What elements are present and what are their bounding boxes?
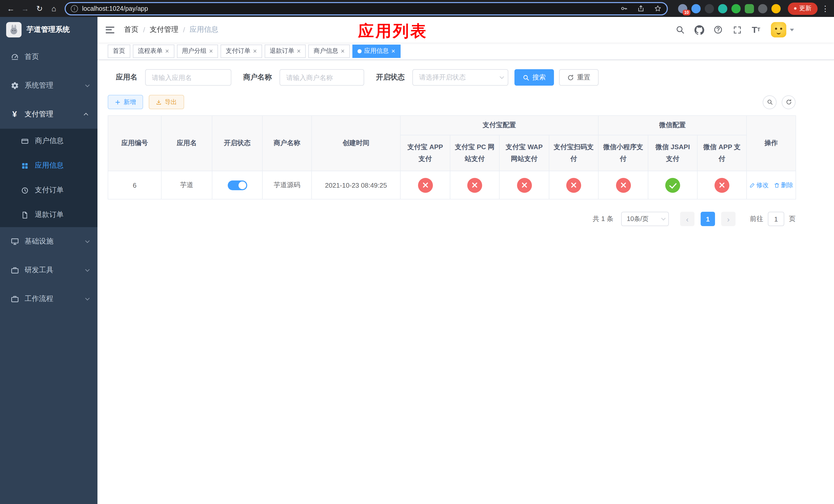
close-icon[interactable]: × [391, 48, 395, 54]
extension-icon-2[interactable] [692, 4, 701, 13]
app-name-label: 应用名 [116, 73, 137, 82]
breadcrumb-separator: / [143, 26, 145, 34]
sidebar-item-app-info[interactable]: 应用信息 [0, 153, 97, 178]
sidebar-item-workflow[interactable]: 工作流程 [0, 284, 97, 313]
export-button-label: 导出 [164, 98, 177, 107]
page-1-button[interactable]: 1 [701, 212, 715, 226]
extension-badge: 10 [683, 9, 690, 15]
delete-link[interactable]: 删除 [774, 181, 793, 189]
col-header-alipay-pc: 支付宝 PC 网站支付 [450, 135, 499, 171]
help-icon[interactable] [713, 25, 723, 35]
sidebar-item-dev-tools[interactable]: 研发工具 [0, 256, 97, 284]
tab-refund-orders[interactable]: 退款订单× [265, 44, 306, 58]
pencil-icon [749, 182, 755, 188]
tab-user-group[interactable]: 用户分组× [177, 44, 218, 58]
tab-process-form[interactable]: 流程表单× [133, 44, 174, 58]
clock-icon [21, 186, 29, 194]
site-info-icon[interactable]: i [71, 5, 78, 12]
close-icon[interactable]: × [253, 48, 257, 54]
breadcrumb: 首页 / 支付管理 / 应用信息 [124, 25, 219, 35]
sidebar-item-label: 商户信息 [35, 136, 64, 145]
status-label: 开启状态 [376, 73, 405, 82]
extension-icon-8[interactable] [771, 4, 781, 13]
back-icon[interactable]: ← [4, 2, 18, 15]
font-size-icon[interactable]: TT [751, 25, 761, 35]
tab-pay-orders[interactable]: 支付订单× [221, 44, 262, 58]
col-header-status: 开启状态 [212, 116, 262, 171]
sidebar-item-merchant-info[interactable]: 商户信息 [0, 129, 97, 153]
address-bar[interactable]: i localhost:1024/pay/app [65, 2, 668, 15]
reload-icon[interactable]: ↻ [33, 2, 46, 15]
chevron-down-icon [661, 216, 665, 221]
hamburger-icon[interactable] [106, 24, 117, 36]
next-page-button[interactable]: › [721, 212, 736, 226]
col-header-alipay-app: 支付宝 APP 支付 [400, 135, 450, 171]
edit-link-label: 修改 [756, 181, 769, 189]
close-icon[interactable]: × [209, 48, 213, 54]
disabled-icon [467, 178, 482, 192]
refresh-icon [786, 99, 792, 105]
avatar[interactable] [771, 22, 786, 38]
search-icon [523, 74, 529, 81]
page-size-select[interactable]: 10条/页 [621, 212, 669, 226]
export-button[interactable]: 导出 [149, 95, 184, 109]
sidebar-item-infrastructure[interactable]: 基础设施 [0, 227, 97, 256]
disabled-icon [715, 178, 729, 192]
sidebar-item-refund-orders[interactable]: 退款订单 [0, 203, 97, 227]
sidebar-item-payment[interactable]: ¥ 支付管理 [0, 100, 97, 129]
breadcrumb-current: 应用信息 [190, 25, 219, 35]
delete-link-label: 删除 [781, 181, 793, 189]
search-icon[interactable] [675, 25, 685, 35]
extension-icon-6[interactable] [745, 4, 754, 13]
status-select[interactable]: 请选择开启状态 [412, 69, 508, 86]
add-button[interactable]: 新增 [108, 95, 143, 109]
cell-alipay-qr [549, 171, 598, 199]
navbar: 首页 / 支付管理 / 应用信息 应用列表 [97, 17, 834, 43]
search-button[interactable]: 搜索 [514, 69, 554, 86]
edit-link[interactable]: 修改 [749, 181, 769, 189]
share-icon[interactable] [637, 5, 645, 12]
extension-icon-3[interactable] [705, 4, 714, 13]
user-menu[interactable] [771, 22, 794, 38]
close-icon[interactable]: × [165, 48, 169, 54]
close-icon[interactable]: × [341, 48, 345, 54]
tab-label: 支付订单 [226, 47, 250, 55]
prev-page-button[interactable]: ‹ [680, 212, 695, 226]
browser-menu-icon[interactable]: ⋮ [821, 4, 830, 13]
browser-update-button[interactable]: 更新 [788, 2, 818, 15]
sidebar-item-system[interactable]: 系统管理 [0, 71, 97, 100]
app-name-input[interactable] [145, 69, 231, 86]
url-text: localhost:1024/pay/app [82, 5, 611, 12]
tab-home[interactable]: 首页 [108, 44, 130, 58]
caret-down-icon [790, 28, 794, 31]
fullscreen-icon[interactable] [732, 25, 742, 35]
reset-button[interactable]: 重置 [559, 69, 598, 86]
extension-icon-5[interactable] [731, 4, 741, 13]
tab-merchant-info[interactable]: 商户信息× [308, 44, 350, 58]
merchant-name-input[interactable] [280, 69, 364, 86]
cell-alipay-wap [499, 171, 549, 199]
breadcrumb-home[interactable]: 首页 [124, 25, 138, 35]
password-key-icon[interactable] [620, 5, 628, 12]
github-icon[interactable] [694, 25, 704, 35]
forward-icon[interactable]: → [19, 2, 32, 15]
bookmark-star-icon[interactable] [654, 5, 662, 12]
home-icon[interactable]: ⌂ [47, 2, 61, 15]
sidebar-item-pay-orders[interactable]: 支付订单 [0, 178, 97, 203]
refresh-table-button[interactable] [782, 95, 795, 109]
breadcrumb-payment[interactable]: 支付管理 [150, 25, 178, 35]
sidebar-item-home[interactable]: 首页 [0, 43, 97, 71]
extension-icon-7[interactable] [758, 4, 767, 13]
toolbox-icon [10, 266, 19, 274]
tab-label: 用户分组 [182, 47, 206, 55]
extension-icon-4[interactable] [718, 4, 727, 13]
extension-icon-1[interactable]: 10 [678, 4, 687, 13]
close-icon[interactable]: × [297, 48, 301, 54]
goto-page-input[interactable] [768, 212, 784, 226]
table-toolbar: 新增 导出 [108, 95, 795, 109]
status-toggle[interactable] [227, 180, 247, 190]
toggle-search-button[interactable] [763, 95, 776, 109]
cell-status [212, 171, 262, 199]
tab-app-info[interactable]: 应用信息× [352, 44, 400, 58]
pagination: 共 1 条 10条/页 ‹ 1 › 前往 页 [108, 212, 795, 226]
